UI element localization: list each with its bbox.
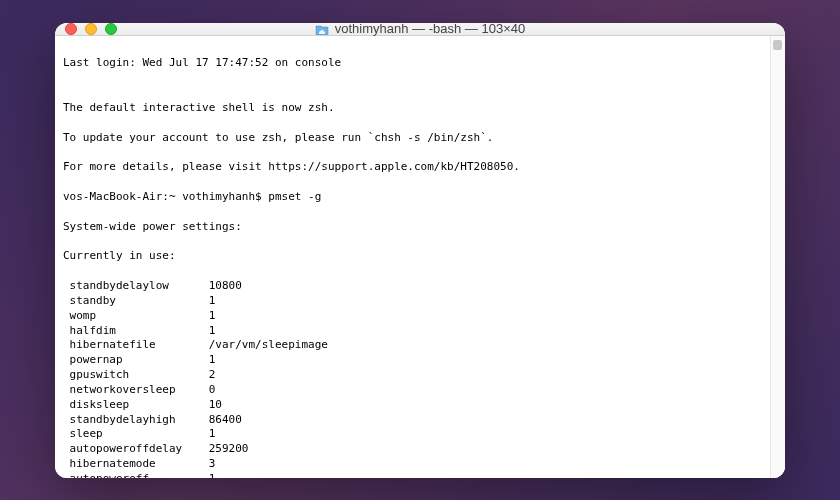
setting-key: networkoversleep (63, 383, 209, 396)
setting-key: sleep (63, 427, 209, 440)
minimize-icon[interactable] (85, 23, 97, 35)
prompt-line-1: vos-MacBook-Air:~ vothimyhanh$ pmset -g (63, 190, 762, 205)
maximize-icon[interactable] (105, 23, 117, 35)
setting-key: standby (63, 294, 209, 307)
setting-value: 1 (209, 324, 216, 337)
output-header-1: System-wide power settings: (63, 220, 762, 235)
setting-key: standbydelaylow (63, 279, 209, 292)
setting-value: 3 (209, 457, 216, 470)
setting-value: 1 (209, 294, 216, 307)
traffic-lights (65, 23, 117, 35)
setting-value: 0 (209, 383, 216, 396)
setting-key: womp (63, 309, 209, 322)
setting-value: 1 (209, 472, 216, 478)
titlebar[interactable]: vothimyhanh — -bash — 103×40 (55, 23, 785, 36)
setting-row: standbydelaylow 10800 (63, 279, 762, 294)
setting-value: 1 (209, 353, 216, 366)
zsh-line-3: For more details, please visit https://s… (63, 160, 762, 175)
setting-value: 10 (209, 398, 222, 411)
setting-row: hibernatefile /var/vm/sleepimage (63, 338, 762, 353)
terminal-content-wrap: Last login: Wed Jul 17 17:47:52 on conso… (55, 36, 785, 478)
home-folder-icon (315, 23, 329, 35)
setting-row: powernap 1 (63, 353, 762, 368)
prompt-command: pmset -g (268, 190, 321, 203)
close-icon[interactable] (65, 23, 77, 35)
setting-key: powernap (63, 353, 209, 366)
setting-row: womp 1 (63, 309, 762, 324)
setting-row: autopoweroff 1 (63, 472, 762, 478)
setting-key: hibernatefile (63, 338, 209, 351)
setting-row: autopoweroffdelay 259200 (63, 442, 762, 457)
setting-key: autopoweroff (63, 472, 209, 478)
terminal-output[interactable]: Last login: Wed Jul 17 17:47:52 on conso… (55, 36, 770, 478)
setting-row: standbydelayhigh 86400 (63, 413, 762, 428)
setting-key: halfdim (63, 324, 209, 337)
setting-value: 1 (209, 427, 216, 440)
window-title-wrap: vothimyhanh — -bash — 103×40 (55, 23, 785, 37)
setting-row: networkoversleep 0 (63, 383, 762, 398)
setting-value: 10800 (209, 279, 242, 292)
setting-key: gpuswitch (63, 368, 209, 381)
setting-value: 1 (209, 309, 216, 322)
settings-list: standbydelaylow 10800 standby 1 womp 1 h… (63, 279, 762, 478)
setting-key: autopoweroffdelay (63, 442, 209, 455)
last-login-line: Last login: Wed Jul 17 17:47:52 on conso… (63, 56, 762, 71)
setting-key: disksleep (63, 398, 209, 411)
setting-value: /var/vm/sleepimage (209, 338, 328, 351)
setting-row: sleep 1 (63, 427, 762, 442)
scrollbar[interactable] (770, 36, 785, 478)
zsh-line-1: The default interactive shell is now zsh… (63, 101, 762, 116)
setting-value: 86400 (209, 413, 242, 426)
setting-row: standby 1 (63, 294, 762, 309)
setting-row: disksleep 10 (63, 398, 762, 413)
setting-key: standbydelayhigh (63, 413, 209, 426)
terminal-window: vothimyhanh — -bash — 103×40 Last login:… (55, 23, 785, 478)
setting-row: hibernatemode 3 (63, 457, 762, 472)
prompt-prefix: vos-MacBook-Air:~ vothimyhanh$ (63, 190, 268, 203)
setting-key: hibernatemode (63, 457, 209, 470)
window-title: vothimyhanh — -bash — 103×40 (335, 23, 525, 37)
setting-row: halfdim 1 (63, 324, 762, 339)
output-header-2: Currently in use: (63, 249, 762, 264)
zsh-line-2: To update your account to use zsh, pleas… (63, 131, 762, 146)
setting-value: 259200 (209, 442, 249, 455)
setting-row: gpuswitch 2 (63, 368, 762, 383)
setting-value: 2 (209, 368, 216, 381)
